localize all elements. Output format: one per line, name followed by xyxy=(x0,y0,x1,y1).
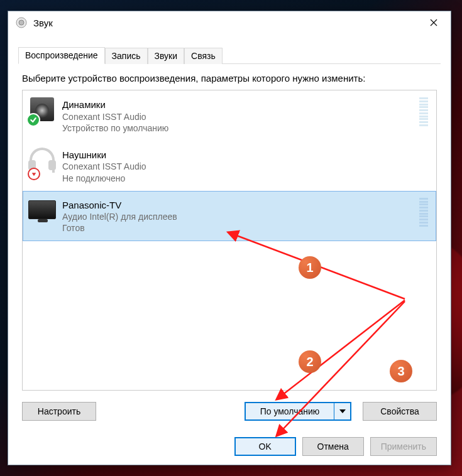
speakers-icon xyxy=(28,97,56,125)
configure-button[interactable]: Настроить xyxy=(22,402,96,421)
tab-playback[interactable]: Воспроизведение xyxy=(18,47,105,64)
sound-dialog: Звук Воспроизведение Запись Звуки Связь … xyxy=(8,11,451,465)
device-subtitle: Аудио Intel(R) для дисплеев xyxy=(62,211,414,222)
device-name: Panasonic-TV xyxy=(62,199,414,212)
headphones-icon xyxy=(28,148,56,175)
window-title: Звук xyxy=(33,18,419,28)
set-default-split-button[interactable]: По умолчанию xyxy=(245,402,351,421)
sound-icon xyxy=(16,17,27,28)
device-name: Наушники xyxy=(62,149,428,161)
not-connected-icon xyxy=(28,168,40,180)
tab-sounds[interactable]: Звуки xyxy=(148,48,185,64)
titlebar: Звук xyxy=(8,11,451,34)
level-meter xyxy=(419,97,428,126)
instruction-text: Выберите устройство воспроизведения, пар… xyxy=(22,73,437,84)
tab-communications[interactable]: Связь xyxy=(184,48,223,64)
device-panasonic-tv[interactable]: Panasonic-TV Аудио Intel(R) для дисплеев… xyxy=(23,191,436,241)
device-status: Не подключено xyxy=(62,173,428,184)
level-meter xyxy=(419,198,428,227)
svg-point-1 xyxy=(19,20,24,25)
svg-marker-5 xyxy=(339,409,346,413)
device-speakers[interactable]: Динамики Conexant ISST Audio Устройство … xyxy=(23,90,436,141)
dropdown-arrow-icon[interactable] xyxy=(334,403,350,419)
tab-recording[interactable]: Запись xyxy=(105,48,148,64)
apply-button[interactable]: Применить xyxy=(370,437,437,456)
device-subtitle: Conexant ISST Audio xyxy=(62,161,428,172)
device-name: Динамики xyxy=(62,99,414,111)
device-subtitle: Conexant ISST Audio xyxy=(62,111,414,122)
tab-strip: Воспроизведение Запись Звуки Связь xyxy=(18,46,441,64)
device-status: Готов xyxy=(62,222,414,234)
cancel-button[interactable]: Отмена xyxy=(302,437,364,456)
default-check-icon xyxy=(26,113,40,127)
ok-button[interactable]: OK xyxy=(234,437,296,456)
svg-marker-4 xyxy=(32,173,36,176)
properties-button[interactable]: Свойства xyxy=(363,402,437,421)
device-status: Устройство по умолчанию xyxy=(62,122,414,134)
close-button[interactable] xyxy=(419,13,448,33)
set-default-label: По умолчанию xyxy=(246,406,334,416)
tv-icon xyxy=(28,198,56,225)
device-headphones[interactable]: Наушники Conexant ISST Audio Не подключе… xyxy=(23,141,436,191)
device-list[interactable]: Динамики Conexant ISST Audio Устройство … xyxy=(22,90,437,391)
